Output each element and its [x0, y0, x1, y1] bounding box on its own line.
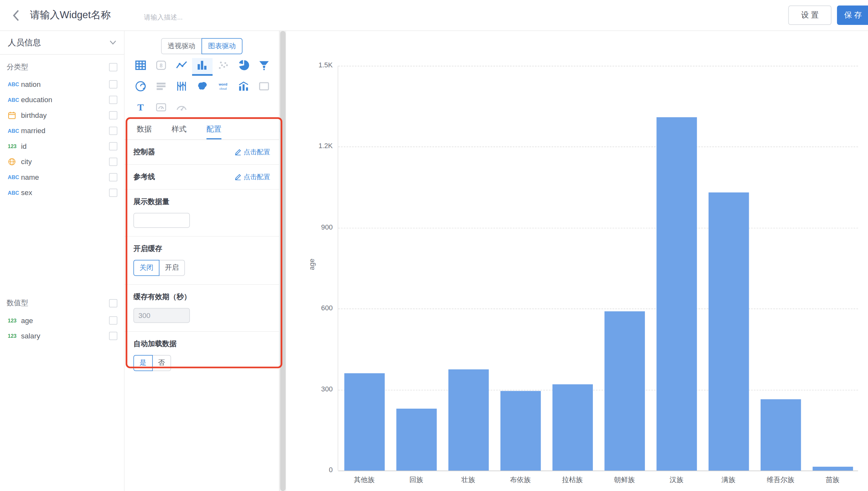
chart-type-text[interactable]: T — [130, 100, 151, 118]
chart-type-speedometer[interactable] — [171, 100, 192, 118]
gauge-icon — [155, 101, 167, 115]
field-item-sex[interactable]: ABCsex — [0, 185, 124, 200]
field-item-birthday[interactable]: birthday — [0, 107, 124, 123]
bar-8[interactable] — [761, 399, 801, 470]
x-tick-label: 拉枯族 — [546, 476, 599, 485]
page-scaler: 设 置 保 存 人员信息 分类型 ABCnationABCeducationbi… — [0, 0, 868, 491]
chart-type-dualaxis[interactable] — [233, 79, 254, 97]
field-checkbox[interactable] — [109, 126, 117, 135]
chart-type-iframe[interactable] — [254, 79, 275, 97]
field-checkbox[interactable] — [109, 316, 117, 324]
bar-0[interactable] — [344, 373, 384, 470]
bar-6[interactable] — [656, 117, 697, 470]
autoload-toggle: 是 否 — [133, 355, 270, 371]
field-name: married — [21, 126, 109, 135]
chart-type-map[interactable] — [192, 79, 213, 97]
pivot-mode-button[interactable]: 透视驱动 — [161, 38, 202, 54]
chart-type-funnel[interactable] — [254, 58, 275, 76]
chevron-down-icon — [110, 40, 116, 45]
field-checkbox[interactable] — [109, 189, 117, 197]
reference-line-label: 参考线 — [133, 172, 155, 182]
chart-type-scorecard[interactable]: 8 — [151, 58, 172, 76]
chart-type-gauge[interactable] — [151, 100, 172, 118]
field-item-city[interactable]: city — [0, 154, 124, 169]
text-icon: T — [134, 101, 146, 115]
svg-text:8: 8 — [160, 62, 162, 68]
numeric-select-all-checkbox[interactable] — [109, 299, 117, 307]
map-icon — [196, 80, 208, 94]
field-checkbox[interactable] — [109, 111, 117, 119]
tab-style[interactable]: 样式 — [172, 120, 187, 140]
y-tick-label: 600 — [304, 304, 333, 312]
chart-type-bar[interactable] — [192, 58, 213, 76]
reference-line-configure-link[interactable]: 点击配置 — [235, 172, 270, 182]
field-item-salary[interactable]: 123salary — [0, 328, 124, 343]
categorical-select-all-checkbox[interactable] — [109, 63, 117, 71]
bar-5[interactable] — [604, 311, 645, 470]
chart-type-radar[interactable] — [130, 79, 151, 97]
chart-mode-button[interactable]: 图表驱动 — [201, 38, 242, 54]
field-item-education[interactable]: ABCeducation — [0, 92, 124, 107]
autoload-yes-button[interactable]: 是 — [133, 355, 153, 371]
field-checkbox[interactable] — [109, 80, 117, 88]
cache-section: 开启缓存 关闭 开启 — [125, 236, 279, 285]
cache-off-button[interactable]: 关闭 — [133, 260, 159, 276]
back-button[interactable] — [8, 5, 24, 25]
field-item-name[interactable]: ABCname — [0, 169, 124, 184]
calendar-icon — [8, 111, 21, 119]
settings-button[interactable]: 设 置 — [788, 5, 832, 25]
text-type-badge: ABC — [8, 189, 21, 195]
widget-description-input[interactable] — [144, 13, 232, 21]
autoload-no-button[interactable]: 否 — [152, 355, 171, 371]
bar-icon — [196, 59, 208, 73]
field-name: birthday — [21, 111, 109, 119]
scrollbar-thumb[interactable] — [280, 31, 286, 491]
chart-type-sankey[interactable] — [151, 79, 172, 97]
chart-type-table[interactable] — [130, 58, 151, 76]
field-item-id[interactable]: 123id — [0, 138, 124, 153]
bar-9[interactable] — [813, 467, 853, 470]
field-name: nation — [21, 80, 109, 88]
gridline — [338, 389, 858, 390]
tab-data[interactable]: 数据 — [137, 120, 152, 140]
chevron-left-icon — [12, 9, 20, 21]
cache-on-button[interactable]: 开启 — [159, 260, 185, 276]
dualaxis-icon — [238, 80, 250, 94]
parallel-icon — [175, 80, 188, 94]
chart-type-pie[interactable] — [233, 58, 254, 76]
number-type-badge: 123 — [8, 333, 21, 339]
widget-name-input[interactable] — [30, 9, 135, 21]
x-tick-label: 维吾尔族 — [755, 476, 807, 485]
controller-row: 控制器 点击配置 — [125, 140, 279, 165]
dataset-selector[interactable]: 人员信息 — [0, 31, 124, 55]
chart-type-line[interactable] — [171, 58, 192, 76]
field-item-married[interactable]: ABCmarried — [0, 123, 124, 138]
scorecard-icon: 8 — [155, 59, 167, 73]
field-checkbox[interactable] — [109, 95, 117, 104]
panel-scrollbar[interactable] — [280, 31, 286, 491]
field-checkbox[interactable] — [109, 157, 117, 166]
save-button[interactable]: 保 存 — [837, 5, 868, 25]
y-tick-label: 900 — [304, 223, 333, 231]
cache-expire-input[interactable] — [133, 308, 190, 323]
chart-type-scatter[interactable] — [213, 58, 233, 76]
x-tick-label: 壮族 — [442, 476, 494, 485]
funnel-icon — [258, 59, 270, 73]
bar-3[interactable] — [500, 391, 541, 470]
field-checkbox[interactable] — [109, 173, 117, 181]
limit-input[interactable] — [133, 213, 190, 228]
bar-7[interactable] — [708, 193, 749, 470]
pencil-icon — [235, 149, 241, 155]
chart-type-wordcloud[interactable]: wordcloud — [213, 79, 233, 97]
bar-4[interactable] — [552, 384, 593, 470]
bar-2[interactable] — [449, 369, 489, 470]
field-item-age[interactable]: 123age — [0, 313, 124, 328]
field-item-nation[interactable]: ABCnation — [0, 76, 124, 92]
bar-1[interactable] — [396, 409, 437, 470]
tab-config[interactable]: 配置 — [207, 120, 221, 140]
controller-configure-link[interactable]: 点击配置 — [235, 147, 270, 157]
field-checkbox[interactable] — [109, 142, 117, 150]
chart-type-parallel[interactable] — [171, 79, 192, 97]
field-checkbox[interactable] — [109, 331, 117, 340]
cache-label: 开启缓存 — [133, 244, 270, 254]
